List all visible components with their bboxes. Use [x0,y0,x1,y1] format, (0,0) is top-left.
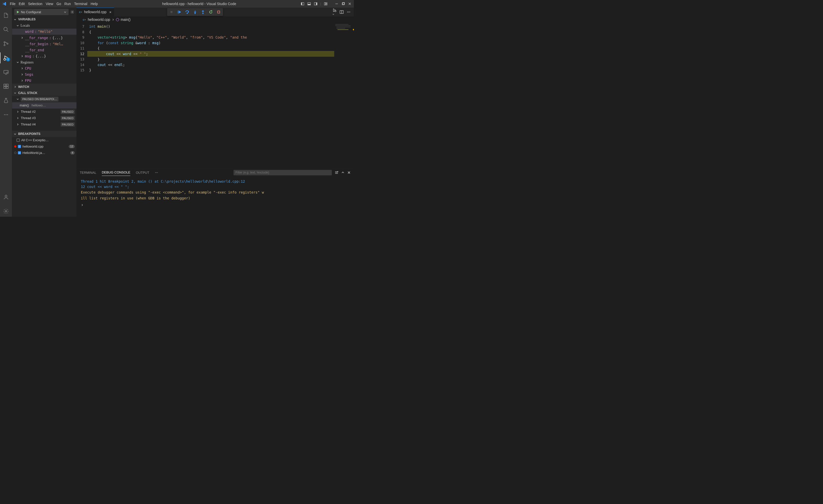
tab-helloworld[interactable]: C+ helloworld.cpp × [76,8,114,16]
step-into-icon[interactable] [193,10,197,14]
reg-cpu[interactable]: CPU [12,65,76,71]
continue-icon[interactable] [177,10,181,14]
breadcrumb-file[interactable]: helloworld.cpp [88,17,110,22]
menu-selection[interactable]: Selection [28,2,42,6]
debug-config-select[interactable]: No Configurat [14,9,68,15]
menu-edit[interactable]: Edit [19,2,25,6]
chevron-up-icon[interactable] [341,171,344,174]
section-variables[interactable]: VARIABLES [12,16,76,23]
layout-sidebar-left-icon[interactable] [301,2,304,6]
chevron-right-icon [21,79,24,82]
layout-customize-icon[interactable] [324,2,328,6]
checkbox-icon[interactable] [16,139,20,142]
minimap[interactable] [334,23,354,169]
section-watch[interactable]: WATCH [12,83,76,90]
menu-run[interactable]: Run [64,2,71,6]
thread-row[interactable]: Thread #4 PAUSED [12,121,76,128]
more-icon[interactable] [155,171,158,175]
close-icon[interactable]: × [109,10,112,14]
svg-rect-52 [218,11,220,13]
activity-testing[interactable] [0,95,12,106]
svg-text:C+: C+ [83,18,86,21]
bottom-panel: TERMINAL DEBUG CONSOLE OUTPUT Thread 1 h… [76,169,354,217]
activity-accounts[interactable] [0,191,12,202]
bp-helloworld-java[interactable]: ✓ HelloWorld.ja… 4 [12,150,76,156]
code-editor[interactable]: 7 8 9 10 11 12 13 14 15 int main() { vec… [76,23,354,169]
callstack-paused-row[interactable]: PAUSED ON BREAKPOI… [12,96,76,103]
activity-source-control[interactable] [0,38,12,49]
variables-label: VARIABLES [18,18,35,21]
reg-fpu[interactable]: FPU [12,77,76,83]
console-filter-input[interactable] [233,170,332,176]
svg-marker-36 [17,11,19,13]
window-minimize-icon[interactable] [335,2,339,6]
tab-output[interactable]: OUTPUT [136,169,149,176]
registers-scope[interactable]: Registers [12,59,76,65]
menu-go[interactable]: Go [56,2,61,6]
activity-explorer[interactable] [0,10,12,21]
activity-more[interactable] [0,109,12,120]
watch-label: WATCH [18,85,29,89]
chevron-right-icon [21,37,24,39]
chevron-down-icon [14,18,17,21]
restart-icon[interactable] [208,10,213,14]
console-line: Execute debugger commands using "-exec <… [81,190,264,195]
menu-file[interactable]: File [10,2,15,6]
layout-sidebar-right-icon[interactable] [314,2,318,6]
console-prompt-icon [81,203,83,207]
run-debug-dropdown-icon[interactable] [332,8,337,16]
var-msg[interactable]: msg: {...} [12,53,76,59]
activity-search[interactable] [0,24,12,35]
bp-helloworld[interactable]: ✓ helloworld.cpp 12 [12,143,76,150]
debug-toolbar[interactable] [167,8,223,16]
menu-help[interactable]: Help [91,2,98,6]
checkbox-icon[interactable]: ✓ [18,145,21,148]
more-icon[interactable] [347,10,350,14]
gear-icon[interactable] [70,10,74,14]
stop-icon[interactable] [216,10,221,14]
var-for-range[interactable]: __for_range: {...} [12,35,76,41]
tab-debug-console[interactable]: DEBUG CONSOLE [102,169,131,176]
checkbox-icon[interactable]: ✓ [18,151,21,154]
window-maximize-icon[interactable] [341,2,345,6]
window-close-icon[interactable] [348,2,352,6]
tab-terminal[interactable]: TERMINAL [80,169,96,176]
var-name: word [25,30,33,34]
reg-segs[interactable]: Segs [12,71,76,77]
split-editor-icon[interactable] [340,10,343,14]
menu-terminal[interactable]: Terminal [74,2,88,6]
var-name: __for_begin [25,42,48,46]
activity-run-debug[interactable]: 1 [0,52,12,63]
var-word[interactable]: word: "Hello" [12,29,76,35]
step-over-icon[interactable] [185,10,189,14]
close-icon[interactable] [347,171,350,174]
breadcrumbs[interactable]: C+ helloworld.cpp main() [76,16,354,23]
play-icon [16,10,20,14]
section-breakpoints[interactable]: BREAKPOINTS [12,131,76,137]
activity-settings[interactable] [0,206,12,217]
chevron-right-icon [21,73,24,76]
thread-row[interactable]: Thread #3 PAUSED [12,115,76,121]
line-number: 8 [76,29,88,35]
callstack-frame[interactable]: main() hellowo… [12,102,76,109]
code-content[interactable]: int main() { vector<string> msg{"Hello",… [88,23,354,169]
title-layout-actions: | [301,2,352,6]
step-out-icon[interactable] [201,10,205,14]
activity-remote[interactable] [0,66,12,77]
activity-extensions[interactable] [0,81,12,92]
svg-point-58 [348,12,349,12]
thread-row[interactable]: Thread #2 PAUSED [12,109,76,115]
drag-handle-icon[interactable] [169,10,174,14]
menu-view[interactable]: View [46,2,53,6]
console-output[interactable]: Thread 1 hit Breakpoint 2, main () at C:… [76,176,354,217]
var-for-begin[interactable]: __for_begin: "Hel… [12,41,76,47]
line-number: 9 [76,35,88,40]
section-callstack[interactable]: CALL STACK [12,90,76,96]
panel-tabs: TERMINAL DEBUG CONSOLE OUTPUT [76,169,354,176]
locals-scope[interactable]: Locals [12,23,76,29]
bp-exceptions[interactable]: All C++ Exceptio… [12,137,76,143]
var-for-end[interactable]: __for_end [12,47,76,53]
clear-console-icon[interactable] [335,171,339,175]
breadcrumb-symbol[interactable]: main() [121,17,131,22]
layout-panel-icon[interactable] [307,2,311,6]
